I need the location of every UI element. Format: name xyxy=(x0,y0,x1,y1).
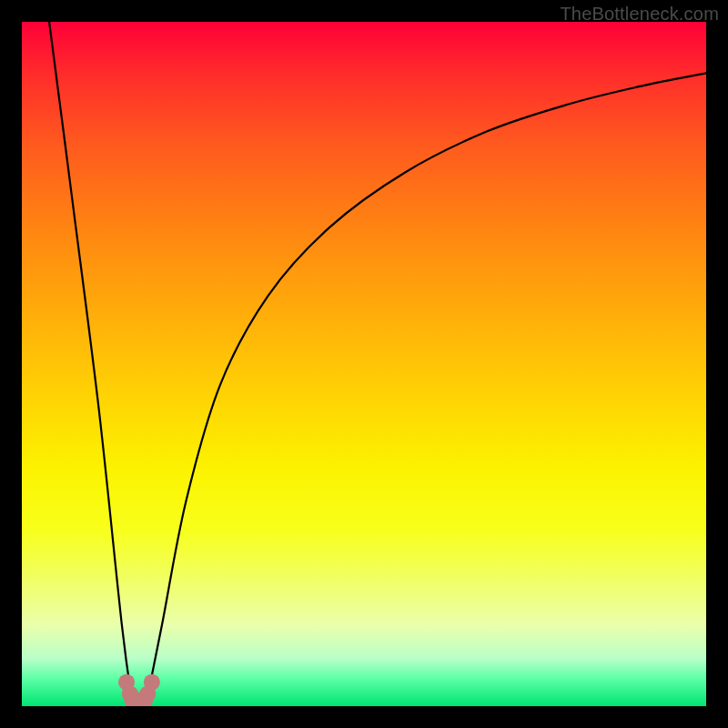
curve-markers xyxy=(118,674,160,706)
marker-dot xyxy=(144,674,160,691)
plot-area xyxy=(22,22,706,706)
attribution-watermark: TheBottleneck.com xyxy=(560,4,719,25)
curve-overlay xyxy=(22,22,706,706)
curve-right xyxy=(146,73,706,706)
chart-frame: TheBottleneck.com xyxy=(0,0,728,728)
curve-left xyxy=(49,22,133,706)
